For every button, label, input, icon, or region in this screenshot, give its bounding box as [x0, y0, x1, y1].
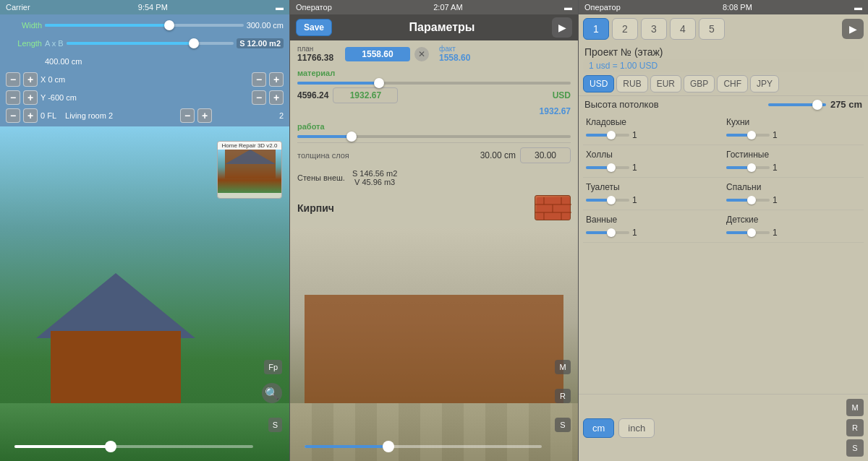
- thickness-value: 30.00 cm: [480, 150, 516, 160]
- r-button-2[interactable]: R: [555, 389, 571, 403]
- currency-gbp[interactable]: GBP: [684, 75, 715, 92]
- status-bar-2: Оператор 2:07 AM ▬: [290, 0, 578, 14]
- work-label: работа: [297, 122, 325, 131]
- hall-slider[interactable]: [586, 166, 629, 169]
- material-label-row: материал: [297, 66, 571, 79]
- storage-slider[interactable]: [586, 134, 629, 137]
- ceiling-row: Высота потолков 275 cm: [579, 95, 868, 113]
- work-label-row: работа: [297, 119, 571, 132]
- exchange-rate: 1 usd = 1.00 USD: [583, 59, 864, 72]
- material-fact-val: 1932.67: [540, 106, 571, 116]
- material-input[interactable]: [333, 87, 398, 103]
- room-kitchen: Кухни 1: [723, 113, 864, 145]
- walls-s: S 146.56 m2: [352, 169, 397, 178]
- currency-jpy[interactable]: JPY: [750, 75, 779, 92]
- plan-input[interactable]: [345, 47, 410, 61]
- scene-wall: [305, 295, 563, 403]
- y-minus-button[interactable]: −: [6, 90, 20, 105]
- ceiling-value: 275 cm: [830, 99, 862, 110]
- length-slider[interactable]: [67, 42, 234, 45]
- carrier-2: Оператор: [296, 3, 332, 12]
- r-button-3[interactable]: R: [846, 419, 864, 436]
- thumbnail-title: Home Repair 3D v2.0: [218, 142, 281, 150]
- play-button-header[interactable]: ▶: [552, 17, 572, 38]
- children-slider[interactable]: [726, 231, 770, 234]
- ceiling-slider[interactable]: [768, 103, 826, 106]
- length-value: 400.00 cm: [45, 57, 82, 66]
- s-button-3[interactable]: S: [846, 439, 864, 457]
- material-slider-row[interactable]: [297, 82, 571, 85]
- currency-chf[interactable]: CHF: [717, 75, 748, 92]
- work-slider-row[interactable]: [297, 135, 571, 138]
- bottom-slider-1[interactable]: [14, 439, 253, 454]
- material-name: Кирпич: [297, 202, 334, 214]
- brick-svg: [535, 196, 571, 221]
- plan-value: 11766.38: [297, 53, 341, 63]
- save-button[interactable]: Save: [296, 19, 332, 36]
- s-button-1[interactable]: S: [268, 418, 282, 432]
- fp-button[interactable]: Fp: [264, 360, 282, 374]
- currency-eur[interactable]: EUR: [650, 75, 681, 92]
- tab-4[interactable]: 4: [670, 18, 696, 40]
- status-bar-1: Carrier 9:54 PM ▬: [0, 0, 289, 14]
- bottom-slider-2[interactable]: [305, 439, 542, 454]
- material-label: материал: [297, 69, 335, 77]
- m-button-3[interactable]: M: [846, 399, 864, 416]
- unit-inch-button[interactable]: inch: [618, 418, 655, 438]
- thickness-input[interactable]: [520, 147, 571, 163]
- material-fact-row: 1932.67: [297, 106, 571, 116]
- house-scene: [14, 273, 217, 418]
- toilet-slider[interactable]: [586, 199, 629, 202]
- tab-play-button[interactable]: ▶: [842, 19, 864, 39]
- controls-panel-1: Width 300.00 cm Length A x B S 12.00 m2 …: [0, 14, 289, 126]
- search-button[interactable]: 🔍: [262, 383, 282, 403]
- x2-minus-button[interactable]: −: [252, 72, 266, 87]
- params-area: план 11766.38 ✕ факт 1558.60 материал 45…: [290, 40, 578, 228]
- area-value: S 12.00 m2: [237, 38, 284, 48]
- x-minus-button[interactable]: −: [6, 72, 20, 87]
- width-slider[interactable]: [45, 24, 244, 27]
- bedroom-slider[interactable]: [726, 199, 770, 202]
- rooms-grid: Кладовые 1 Кухни 1 Холлы: [579, 113, 868, 243]
- x2-plus-button[interactable]: +: [269, 72, 284, 87]
- room-minus-button[interactable]: −: [180, 108, 195, 123]
- params-title: Параметры: [338, 21, 546, 34]
- panel3-bottom: cm inch M R S: [579, 394, 868, 461]
- kitchen-slider[interactable]: [726, 134, 770, 137]
- material-values-row: 4596.24 USD: [297, 87, 571, 103]
- room-plus-button[interactable]: +: [197, 108, 212, 123]
- y2-plus-button[interactable]: +: [269, 90, 284, 105]
- time-3: 8:08 PM: [723, 3, 752, 12]
- living-slider[interactable]: [726, 166, 770, 169]
- width-row: Width 300.00 cm: [6, 17, 284, 33]
- fl-row: − + 0 FL Living room 2 − + 2: [6, 108, 284, 124]
- material-plan-val: 4596.24: [297, 90, 328, 100]
- fl-plus-button[interactable]: +: [23, 108, 38, 123]
- room-hall: Холлы 1: [583, 145, 723, 178]
- x-label: X 0 cm: [41, 75, 65, 84]
- currency-rub[interactable]: RUB: [616, 75, 647, 92]
- s-button-2[interactable]: S: [555, 418, 571, 432]
- unit-cm-button[interactable]: cm: [583, 418, 614, 438]
- currency-usd[interactable]: USD: [583, 75, 614, 92]
- x-plus-button[interactable]: +: [23, 72, 38, 87]
- y-plus-button[interactable]: +: [23, 90, 38, 105]
- bathroom-slider[interactable]: [586, 231, 629, 234]
- tab-5[interactable]: 5: [699, 18, 725, 40]
- time-2: 2:07 AM: [433, 3, 462, 12]
- y2-minus-button[interactable]: −: [252, 90, 266, 105]
- x-row: − + X 0 cm − +: [6, 72, 284, 87]
- fl-minus-button[interactable]: −: [6, 108, 20, 123]
- time-1: 9:54 PM: [138, 3, 168, 12]
- house-roof: [36, 273, 195, 338]
- clear-button[interactable]: ✕: [414, 47, 429, 61]
- tab-1[interactable]: 1: [583, 18, 609, 40]
- walls-label: Стены внеш.: [297, 173, 345, 182]
- panel-3: Оператор 8:08 PM ▬ 1 2 3 4 5 ▶ Проект № …: [579, 0, 868, 461]
- m-button-2[interactable]: M: [555, 360, 571, 374]
- plan-row: план 11766.38 ✕ факт 1558.60: [297, 45, 571, 63]
- thickness-row: толщина слоя 30.00 cm: [297, 147, 571, 163]
- tab-2[interactable]: 2: [612, 18, 638, 40]
- fl-label: 0 FL: [41, 111, 56, 120]
- tab-3[interactable]: 3: [641, 18, 667, 40]
